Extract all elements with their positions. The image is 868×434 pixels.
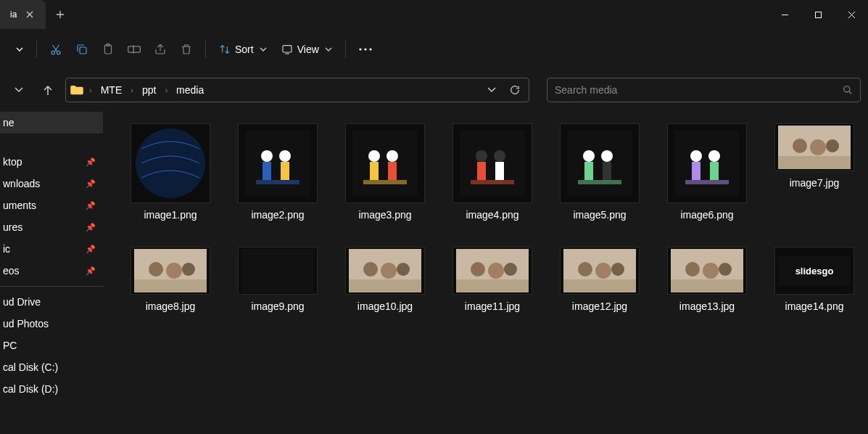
- more-button[interactable]: [352, 44, 379, 55]
- file-item[interactable]: image9.png: [231, 244, 325, 315]
- sidebar-item[interactable]: ud Photos: [0, 313, 103, 335]
- close-tab-icon[interactable]: [24, 9, 36, 20]
- file-item[interactable]: image8.jpg: [123, 244, 218, 315]
- search-bar[interactable]: [547, 78, 861, 102]
- up-button[interactable]: [36, 78, 59, 102]
- search-input[interactable]: [555, 84, 843, 96]
- file-item[interactable]: image1.png: [123, 120, 218, 224]
- file-item[interactable]: image11.jpg: [445, 244, 540, 315]
- sidebar-item[interactable]: ures📌: [0, 216, 103, 238]
- svg-point-27: [494, 150, 505, 162]
- minimize-button[interactable]: [768, 0, 801, 29]
- sidebar-item[interactable]: ktop📌: [0, 151, 103, 173]
- svg-rect-23: [388, 162, 397, 180]
- svg-rect-40: [692, 162, 700, 180]
- sidebar-item[interactable]: ic📌: [0, 238, 103, 260]
- svg-rect-19: [352, 131, 418, 196]
- thumbnail: [452, 247, 532, 295]
- history-dropdown-button[interactable]: [7, 78, 30, 102]
- file-item[interactable]: image4.png: [445, 120, 540, 224]
- svg-rect-63: [456, 279, 529, 292]
- copy-icon[interactable]: [69, 36, 95, 62]
- thumbnail: [131, 247, 210, 295]
- svg-point-66: [595, 263, 611, 279]
- svg-point-15: [279, 150, 291, 162]
- chevron-right-icon: ›: [163, 86, 169, 94]
- address-bar[interactable]: › MTE › ppt › media: [65, 78, 529, 102]
- sidebar-item[interactable]: cal Disk (C:): [0, 356, 103, 378]
- sidebar-item[interactable]: eos📌: [0, 260, 103, 282]
- thumbnail: [667, 123, 747, 203]
- sort-button[interactable]: Sort: [212, 39, 274, 60]
- pin-icon: 📌: [86, 266, 96, 276]
- svg-point-57: [397, 263, 410, 276]
- new-tab-button[interactable]: [46, 0, 75, 29]
- thumbnail: [345, 123, 425, 203]
- paste-icon[interactable]: [95, 36, 121, 62]
- file-item[interactable]: image5.png: [553, 120, 647, 224]
- crumb-ppt[interactable]: ppt: [139, 83, 159, 97]
- crumb-mte[interactable]: MTE: [98, 83, 125, 97]
- file-name: image8.jpg: [146, 300, 196, 312]
- close-window-button[interactable]: [835, 0, 868, 29]
- svg-rect-35: [603, 162, 611, 180]
- new-button[interactable]: [7, 43, 30, 56]
- svg-rect-47: [778, 156, 851, 169]
- svg-point-8: [359, 48, 361, 50]
- file-name: image11.jpg: [465, 300, 520, 312]
- share-icon[interactable]: [147, 36, 173, 62]
- file-item[interactable]: slidesgoimage14.png: [767, 244, 861, 315]
- thumbnail: [774, 123, 854, 171]
- svg-point-72: [719, 263, 732, 276]
- svg-rect-30: [471, 180, 514, 184]
- thumbnail: [452, 123, 532, 203]
- svg-rect-42: [685, 180, 729, 184]
- sidebar-item[interactable]: wnloads📌: [0, 173, 103, 195]
- file-item[interactable]: image6.png: [660, 120, 754, 224]
- svg-rect-53: [241, 249, 314, 292]
- command-bar: Sort View: [0, 29, 868, 70]
- thumbnail: [667, 247, 747, 295]
- delete-icon[interactable]: [173, 36, 199, 62]
- svg-point-10: [369, 48, 371, 50]
- sidebar-item[interactable]: uments📌: [0, 195, 103, 216]
- maximize-button[interactable]: [801, 0, 835, 29]
- svg-point-61: [488, 263, 504, 279]
- svg-rect-52: [134, 279, 207, 292]
- svg-point-62: [504, 263, 517, 276]
- file-item[interactable]: image13.jpg: [660, 244, 754, 315]
- sidebar-item[interactable]: cal Disk (D:): [0, 378, 103, 400]
- file-pane[interactable]: image1.pngimage2.pngimage3.pngimage4.png…: [103, 110, 868, 434]
- file-item[interactable]: image2.png: [231, 120, 325, 224]
- svg-point-56: [381, 263, 397, 279]
- address-dropdown-button[interactable]: [482, 81, 501, 99]
- thumbnail: [131, 123, 210, 203]
- search-icon: [843, 85, 853, 95]
- file-name: image2.png: [251, 209, 304, 221]
- file-item[interactable]: image12.jpg: [553, 244, 647, 315]
- svg-rect-29: [495, 162, 504, 180]
- svg-point-44: [793, 139, 807, 153]
- file-item[interactable]: image10.jpg: [338, 244, 432, 315]
- rename-icon[interactable]: [121, 36, 147, 62]
- file-name: image6.png: [680, 209, 733, 221]
- crumb-media[interactable]: media: [173, 83, 207, 97]
- svg-point-32: [583, 150, 595, 162]
- file-name: image14.png: [785, 300, 844, 312]
- svg-point-14: [261, 150, 273, 162]
- cut-icon[interactable]: [43, 36, 69, 62]
- sidebar-item[interactable]: ud Drive: [0, 291, 103, 313]
- file-name: image10.jpg: [357, 300, 413, 312]
- svg-rect-17: [281, 162, 289, 180]
- svg-rect-31: [567, 131, 632, 196]
- view-button[interactable]: View: [274, 39, 339, 60]
- refresh-button[interactable]: [505, 81, 524, 99]
- tab-media[interactable]: ia: [0, 0, 46, 29]
- svg-point-46: [826, 139, 839, 152]
- svg-rect-0: [815, 12, 821, 17]
- sidebar-item-home[interactable]: ne: [0, 112, 103, 134]
- pin-icon: 📌: [86, 201, 96, 210]
- sidebar-item[interactable]: PC: [0, 335, 103, 356]
- file-item[interactable]: image7.jpg: [767, 120, 861, 224]
- file-item[interactable]: image3.png: [338, 120, 432, 224]
